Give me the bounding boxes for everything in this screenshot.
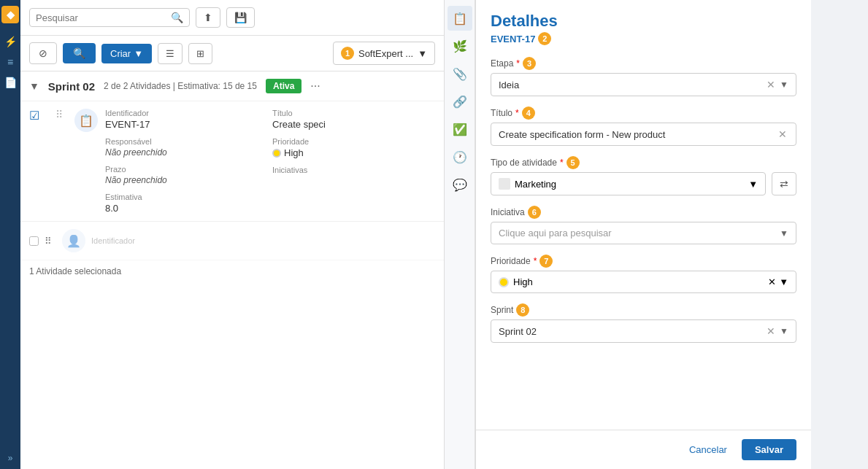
- detail-panel: Detalhes EVENT-17 2 Etapa * 3 Ideia ✕ ▼: [475, 0, 811, 469]
- task-type-icon: 📋: [74, 109, 98, 132]
- sprint-more-button[interactable]: ···: [310, 80, 320, 93]
- nav-icon-document[interactable]: 📄: [2, 74, 18, 90]
- prioridade-badge: 7: [539, 255, 553, 268]
- right-panel-wrapper: 📋 🌿 📎 🔗 ✅ 🕐 💬 Detalhes EVENT-17 2 Etapa …: [445, 0, 868, 469]
- etapa-field-group: Etapa * 3 Ideia ✕ ▼: [491, 57, 796, 96]
- check-tab-icon[interactable]: ✅: [448, 117, 472, 142]
- table-row: ☑ ⠿ 📋 Identificador EVENT-17 Responsável…: [20, 101, 444, 222]
- sprint-info: 2 de 2 Atividades | Estimativa: 15 de 15: [104, 81, 257, 91]
- portfolio-dropdown[interactable]: 1 SoftExpert ... ▼: [333, 42, 435, 65]
- titulo-required: *: [515, 108, 519, 118]
- link-tab-icon[interactable]: 🔗: [448, 89, 472, 114]
- table-row: ⠿ 👤 Identificador: [20, 222, 444, 260]
- search-blue-button[interactable]: 🔍: [63, 43, 96, 63]
- tipo-value: Marketing: [515, 179, 744, 190]
- tipo-label: Tipo de atividade * 5: [491, 156, 796, 169]
- share-button[interactable]: ⬆: [196, 7, 220, 28]
- sprint-input[interactable]: Sprint 02 ✕ ▼: [491, 319, 796, 343]
- left-sidebar: ◆ ⚡ ≡ 📄 »: [0, 0, 20, 469]
- tipo-field-group: Tipo de atividade * 5 Marketing ▼ ⇄: [491, 156, 796, 195]
- sprint-collapse-icon[interactable]: ▼: [29, 80, 39, 92]
- titulo-label: Título * 4: [491, 106, 796, 120]
- etapa-arrow-icon[interactable]: ▼: [780, 80, 788, 90]
- tipo-swap-button[interactable]: ⇄: [772, 172, 796, 195]
- identifier-value: EVENT-17: [105, 119, 268, 130]
- sprint-title: Sprint 02: [48, 80, 95, 93]
- tipo-select-main[interactable]: Marketing ▼: [491, 172, 766, 195]
- estimate-label: Estimativa: [105, 193, 268, 201]
- cancelar-button[interactable]: Cancelar: [682, 439, 734, 460]
- iniciativa-placeholder: Clique aqui para pesquisar: [499, 228, 612, 239]
- top-toolbar: 🔍 ⬆ 💾: [20, 0, 444, 36]
- hierarchy-tab-icon[interactable]: 🌿: [448, 34, 472, 58]
- titulo-badge: 4: [522, 106, 535, 120]
- task2-drag[interactable]: ⠿: [45, 236, 56, 247]
- save-toolbar-button[interactable]: 💾: [226, 7, 255, 28]
- detail-tab-icon[interactable]: 📋: [448, 6, 472, 31]
- iniciativa-arrow-icon[interactable]: ▼: [780, 228, 788, 239]
- identifier-label: Identificador: [105, 109, 268, 117]
- tipo-badge: 5: [566, 156, 580, 169]
- sprint-value: Sprint 02: [499, 326, 767, 337]
- priority-value: High: [272, 147, 435, 158]
- etapa-clear-icon[interactable]: ✕: [767, 79, 775, 90]
- criar-label: Criar: [110, 48, 131, 59]
- sprint-area: ▼ Sprint 02 2 de 2 Atividades | Estimati…: [20, 71, 444, 469]
- nav-icon-list[interactable]: ≡: [2, 54, 18, 70]
- titulo-input[interactable]: Create specification form - New product …: [491, 123, 796, 146]
- attachment-tab-icon[interactable]: 📎: [448, 61, 472, 86]
- prioridade-value: High: [513, 276, 764, 287]
- portfolio-chevron-icon: ▼: [418, 48, 427, 59]
- tipo-arrow-icon[interactable]: ▼: [748, 179, 758, 190]
- sprint-arrow-icon[interactable]: ▼: [780, 326, 788, 336]
- task2-checkbox[interactable]: [29, 236, 39, 246]
- right-icon-bar: 📋 🌿 📎 🔗 ✅ 🕐 💬: [445, 0, 475, 469]
- task-drag-handle[interactable]: ⠿: [55, 109, 70, 120]
- title-label: Título: [272, 109, 435, 117]
- task-checkbox[interactable]: ☑: [29, 109, 51, 123]
- prioridade-circle-icon: [499, 277, 509, 287]
- search-input[interactable]: [36, 12, 171, 23]
- criar-button[interactable]: Criar ▼: [101, 44, 152, 63]
- sprint-status-badge: Ativa: [266, 79, 302, 93]
- deadline-value: Não preenchido: [105, 175, 268, 185]
- detail-event-id: EVENT-17 2: [491, 32, 796, 45]
- salvar-button[interactable]: Salvar: [742, 439, 796, 460]
- footer-info: 1 Atividade selecionada: [20, 260, 444, 282]
- etapa-label: Etapa * 3: [491, 57, 796, 70]
- prioridade-input[interactable]: High ✕ ▼: [491, 271, 796, 293]
- etapa-input[interactable]: Ideia ✕ ▼: [491, 73, 796, 96]
- iniciativa-label: Iniciativa 6: [491, 206, 796, 219]
- sprint-label: Sprint 8: [491, 303, 796, 317]
- search-box[interactable]: 🔍: [29, 8, 190, 27]
- priority-label: Prioridade: [272, 137, 435, 146]
- expand-sidebar-button[interactable]: »: [8, 453, 13, 463]
- prioridade-arrow-icon[interactable]: ▼: [779, 276, 788, 287]
- tipo-type-icon: [499, 178, 510, 190]
- deadline-label: Prazo: [105, 165, 268, 174]
- list-view-button[interactable]: ☰: [158, 43, 183, 64]
- iniciativa-input[interactable]: Clique aqui para pesquisar ▼: [491, 222, 796, 244]
- titulo-clear-icon[interactable]: ✕: [778, 128, 787, 140]
- nav-icon-lightning[interactable]: ⚡: [2, 34, 18, 50]
- iniciativa-badge: 6: [528, 206, 541, 219]
- etapa-required: *: [516, 58, 520, 69]
- search-icon[interactable]: 🔍: [171, 12, 183, 23]
- detail-content: Detalhes EVENT-17 2 Etapa * 3 Ideia ✕ ▼: [476, 0, 811, 430]
- prioridade-clear-icon[interactable]: ✕: [768, 276, 776, 287]
- etapa-value: Ideia: [499, 80, 519, 90]
- title-value: Create speci: [272, 119, 435, 130]
- event-id-badge: 2: [538, 32, 551, 45]
- initiatives-label: Iniciativas: [272, 166, 435, 174]
- sprint-badge: 8: [516, 303, 529, 317]
- sprint-clear-icon[interactable]: ✕: [767, 325, 775, 337]
- portfolio-badge: 1: [341, 47, 354, 60]
- etapa-badge: 3: [523, 57, 536, 70]
- prioridade-label: Prioridade * 7: [491, 255, 796, 268]
- detail-panel-title: Detalhes: [491, 12, 796, 31]
- comment-tab-icon[interactable]: 💬: [448, 172, 472, 197]
- secondary-toolbar: ⊘ 🔍 Criar ▼ ☰ ⊞ 1 SoftExpert ... ▼: [20, 36, 444, 71]
- filter-button[interactable]: ⊘: [29, 42, 57, 64]
- settings-view-button[interactable]: ⊞: [188, 43, 212, 64]
- clock-tab-icon[interactable]: 🕐: [448, 144, 472, 169]
